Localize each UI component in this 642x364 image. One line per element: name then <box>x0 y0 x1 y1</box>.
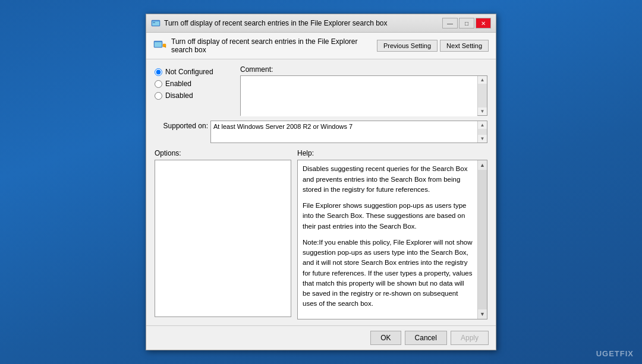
comment-textarea[interactable] <box>241 76 477 116</box>
comment-label: Comment: <box>240 65 487 74</box>
radio-enabled-input[interactable] <box>155 80 162 88</box>
radio-not-configured[interactable]: Not Configured <box>155 68 232 76</box>
close-button[interactable]: ✕ <box>476 18 491 29</box>
apply-button[interactable]: Apply <box>451 331 489 345</box>
supported-on-label: Supported on: <box>155 121 208 130</box>
radio-not-configured-input[interactable] <box>155 68 162 76</box>
supported-on-scrollbar: ▲ ▼ <box>477 121 487 143</box>
svg-rect-2 <box>153 22 155 23</box>
help-label: Help: <box>297 149 487 157</box>
help-box: Disables suggesting recent queries for t… <box>297 160 487 319</box>
help-para-3: Note:If you enable this policy, File Exp… <box>303 238 473 309</box>
comment-scroll-up: ▲ <box>480 76 485 84</box>
bottom-panels: Options: Help: Disables suggesting recen… <box>155 149 487 319</box>
radio-disabled[interactable]: Disabled <box>155 91 232 100</box>
radio-disabled-input[interactable] <box>155 92 162 100</box>
comment-scroll-down: ▼ <box>480 107 485 115</box>
svg-rect-4 <box>155 42 162 47</box>
title-bar-controls: — □ ✕ <box>442 18 491 29</box>
supported-scroll-track <box>478 129 487 135</box>
options-box <box>155 160 291 317</box>
options-label: Options: <box>155 149 291 157</box>
help-scroll-down[interactable]: ▼ <box>480 309 485 319</box>
comment-scroll-track <box>478 84 487 107</box>
ok-button[interactable]: OK <box>370 331 401 345</box>
disabled-label: Disabled <box>165 91 193 100</box>
next-setting-button[interactable]: Next Setting <box>440 40 489 52</box>
dialog-content: Not Configured Enabled Disabled Comment: <box>146 59 496 325</box>
header-buttons: Previous Setting Next Setting <box>377 40 489 52</box>
supported-scroll-down: ▼ <box>480 135 485 143</box>
help-panel: Help: Disables suggesting recent queries… <box>297 149 487 319</box>
header-bar: Turn off display of recent search entrie… <box>146 33 496 59</box>
cancel-button[interactable]: Cancel <box>405 331 447 345</box>
title-bar-icon <box>151 18 160 28</box>
options-panel: Options: <box>155 149 291 319</box>
supported-scroll-up: ▲ <box>480 121 485 129</box>
supported-on-value: At least Windows Server 2008 R2 or Windo… <box>211 121 477 143</box>
help-scroll-up[interactable]: ▲ <box>480 160 485 170</box>
dialog-window: Turn off display of recent search entrie… <box>146 14 496 350</box>
help-text-area: Disables suggesting recent queries for t… <box>298 160 477 318</box>
watermark: UGETFIX <box>596 349 634 358</box>
not-configured-label: Not Configured <box>165 68 213 76</box>
help-scrollbar: ▲ ▼ <box>477 160 487 318</box>
help-para-1: Disables suggesting recent queries for t… <box>303 164 473 195</box>
help-scroll-track <box>478 170 487 309</box>
supported-section: Supported on: At least Windows Server 20… <box>155 121 487 143</box>
radio-enabled[interactable]: Enabled <box>155 80 232 88</box>
top-section: Not Configured Enabled Disabled Comment: <box>155 65 487 116</box>
footer: OK Cancel Apply <box>146 325 496 350</box>
minimize-button[interactable]: — <box>442 18 458 29</box>
header-icon <box>153 39 166 52</box>
previous-setting-button[interactable]: Previous Setting <box>377 40 438 52</box>
enabled-label: Enabled <box>165 80 191 88</box>
comment-box-container: ▲ ▼ <box>240 75 487 116</box>
header-title: Turn off display of recent search entrie… <box>171 37 372 54</box>
supported-on-box: At least Windows Server 2008 R2 or Windo… <box>210 121 487 143</box>
title-bar: Turn off display of recent search entrie… <box>146 14 496 33</box>
restore-button[interactable]: □ <box>459 18 474 29</box>
radio-group: Not Configured Enabled Disabled <box>155 65 232 116</box>
help-para-2: File Explorer shows suggestion pop-ups a… <box>303 201 473 232</box>
comment-section: Comment: ▲ ▼ <box>240 65 487 116</box>
title-bar-title: Turn off display of recent search entrie… <box>164 19 439 27</box>
comment-scrollbar: ▲ ▼ <box>477 76 487 115</box>
